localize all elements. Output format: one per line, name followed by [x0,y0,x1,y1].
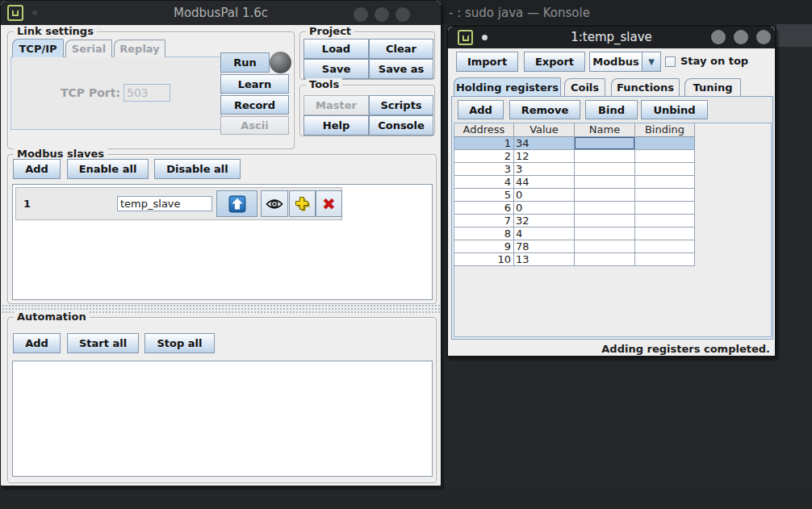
minimize-button[interactable] [354,7,368,22]
tab-tcpip[interactable]: TCP/IP [12,39,64,57]
help-button[interactable]: Help [303,115,369,136]
table-row[interactable]: 444 [454,176,695,189]
save-as-button[interactable]: Save as [369,59,433,79]
column-header-binding[interactable]: Binding [635,123,695,137]
cell-address[interactable]: 8 [454,227,514,240]
cell-binding[interactable] [635,240,695,252]
cell-binding[interactable] [635,202,695,214]
learn-button[interactable]: Learn [220,74,289,94]
cell-value[interactable]: 3 [514,163,575,175]
table-row[interactable]: 732 [454,215,695,227]
cell-value[interactable]: 44 [514,176,575,188]
table-row[interactable]: 50 [454,189,695,202]
slave-name-input[interactable] [117,196,212,211]
slave-view-button[interactable] [261,190,288,217]
column-header-value[interactable]: Value [514,123,575,137]
scripts-button[interactable]: Scripts [369,95,433,115]
tcp-port-input[interactable] [123,84,170,102]
cell-name[interactable] [575,215,635,227]
register-add-button[interactable]: Add [458,100,504,119]
load-button[interactable]: Load [303,39,369,59]
cell-binding[interactable] [635,137,695,149]
table-row[interactable]: 84 [454,227,695,240]
cell-name[interactable] [575,240,635,252]
mode-select-arrow-button[interactable]: ▼ [642,52,661,72]
close-button[interactable] [756,30,771,44]
cell-address[interactable]: 5 [454,189,514,201]
slave-add-button[interactable]: Add [13,159,61,179]
maximize-button[interactable] [734,30,748,44]
slave-enabled-toggle[interactable] [216,190,257,217]
slave-delete-button[interactable]: ✖ [316,190,342,217]
ascii-button[interactable]: Ascii [220,116,289,135]
minimize-button[interactable] [711,30,726,44]
titlebar[interactable]: 1:temp_slave [448,27,775,48]
close-button[interactable] [396,7,410,22]
cell-name[interactable] [575,202,635,214]
table-row[interactable]: 212 [454,150,695,163]
cell-value[interactable]: 34 [514,137,575,149]
cell-value[interactable]: 0 [514,189,575,201]
cell-value[interactable]: 12 [514,150,575,162]
cell-name[interactable] [575,176,635,188]
cell-name[interactable] [575,189,635,201]
table-row[interactable]: 60 [454,202,695,215]
start-all-button[interactable]: Start all [67,333,139,353]
table-row[interactable]: 978 [454,240,695,253]
enable-all-button[interactable]: Enable all [67,159,149,179]
tab-tuning[interactable]: Tuning [684,78,741,96]
cell-address[interactable]: 2 [454,150,514,162]
cell-name[interactable] [575,150,635,162]
disable-all-button[interactable]: Disable all [154,159,241,179]
cell-binding[interactable] [635,189,695,201]
table-row[interactable]: 1013 [454,253,695,266]
cell-value[interactable]: 13 [514,253,575,265]
import-button[interactable]: Import [456,52,518,72]
automation-add-button[interactable]: Add [13,333,61,353]
tab-replay[interactable]: Replay [114,40,165,57]
tab-functions[interactable]: Functions [611,78,680,96]
cell-address[interactable]: 3 [454,163,514,175]
tab-coils[interactable]: Coils [564,78,605,96]
stay-on-top-checkbox[interactable] [665,56,676,67]
register-bind-button[interactable]: Bind [585,100,638,119]
run-button[interactable]: Run [220,52,270,73]
tab-holding-registers[interactable]: Holding registers [454,77,561,96]
clear-button[interactable]: Clear [369,39,433,59]
column-header-address[interactable]: Address [454,123,514,137]
cell-value[interactable]: 4 [514,227,575,240]
export-button[interactable]: Export [524,52,585,72]
stop-all-button[interactable]: Stop all [144,333,215,353]
cell-value[interactable]: 0 [514,202,575,214]
cell-binding[interactable] [635,253,695,265]
table-row[interactable]: 33 [454,163,695,176]
cell-address[interactable]: 4 [454,176,514,188]
master-button[interactable]: Master [303,95,369,115]
cell-address[interactable]: 6 [454,202,514,214]
record-button[interactable]: Record [220,95,289,115]
tab-serial[interactable]: Serial [65,40,112,57]
cell-binding[interactable] [635,163,695,175]
cell-name[interactable] [575,137,635,149]
cell-address[interactable]: 9 [454,240,514,252]
console-button[interactable]: Console [369,115,433,136]
cell-binding[interactable] [635,176,695,188]
register-remove-button[interactable]: Remove [509,100,580,119]
cell-address[interactable]: 10 [454,253,514,265]
slave-add-registers-button[interactable] [289,190,316,217]
maximize-button[interactable] [375,7,389,22]
table-row[interactable]: 134 [454,137,695,150]
cell-name[interactable] [575,227,635,240]
cell-name[interactable] [575,253,635,265]
cell-address[interactable]: 1 [454,137,514,149]
cell-value[interactable]: 78 [514,240,575,252]
cell-name[interactable] [575,163,635,175]
cell-binding[interactable] [635,215,695,227]
titlebar[interactable]: ModbusPal 1.6c [1,1,441,25]
cell-value[interactable]: 32 [514,215,575,227]
register-unbind-button[interactable]: Unbind [641,100,708,119]
registers-scrollpane[interactable]: Address Value Name Binding 1342123344450… [454,123,772,337]
mode-select[interactable]: Modbus [589,52,642,72]
save-button[interactable]: Save [303,59,369,79]
cell-binding[interactable] [635,150,695,162]
